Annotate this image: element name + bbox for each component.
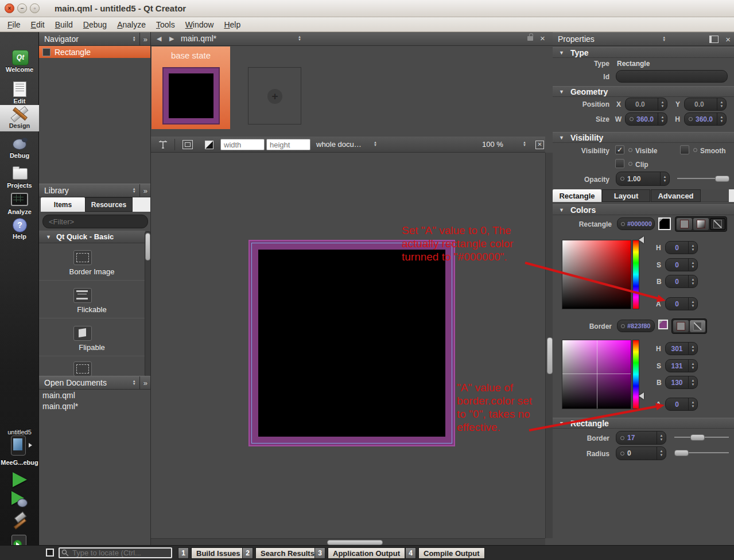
menu-edit[interactable]: Edit [26,18,50,31]
editor-close-button[interactable]: × [540,33,545,43]
section-type[interactable]: ▼Type [553,47,734,58]
mode-edit[interactable]: Edit [0,81,39,108]
contrast-icon[interactable] [205,141,213,149]
canvas-height-input[interactable] [266,139,310,150]
spin-arrows[interactable]: ▲▼ [688,275,697,287]
border-width-slider[interactable] [674,434,729,440]
add-state-card[interactable]: + [248,67,301,125]
pane-3-number[interactable]: 3 [314,547,325,559]
solid-fill-button[interactable] [677,218,692,230]
rectangle-hex-input[interactable]: #000000 [617,217,655,230]
spin-arrows[interactable]: ▲▼ [688,259,697,271]
rectangle-hue-marker[interactable] [639,236,644,243]
section-visibility[interactable]: ▼Visibility [553,132,734,143]
pane-compile-output-button[interactable]: Compile Output [418,547,485,559]
canvas-hscroll-handle[interactable] [327,540,383,545]
run-button[interactable] [13,472,27,487]
spin-arrows[interactable]: ▲▼ [688,376,697,388]
position-y-spinbox[interactable]: 0.0 ▲▼ [684,98,727,111]
pane-2-number[interactable]: 2 [242,547,253,559]
spin-arrows[interactable]: ▲▼ [688,242,697,254]
border-width-slider-handle[interactable] [690,434,705,441]
tab-rectangle[interactable]: Rectangle [553,189,601,202]
library-scroll-handle[interactable] [145,233,150,260]
library-item-border-image[interactable]: Border Image [39,243,145,281]
spin-arrows[interactable]: ▲▼ [658,98,667,110]
visible-checkbox[interactable]: ✓ [615,145,624,154]
navigator-combo-button[interactable]: ▲▼ [129,36,139,42]
pane-1-number[interactable]: 1 [178,547,189,559]
section-rectangle[interactable]: ▼Rectangle [553,418,734,429]
document-scope-dropdown[interactable]: whole docu… [316,140,362,149]
show-bounding-rects-icon[interactable] [182,140,193,149]
zoom-level-label[interactable]: 100 % [482,140,503,149]
border-h-spinbox[interactable]: 301 ▲▼ [665,342,698,355]
tab-layout[interactable]: Layout [602,189,650,202]
menu-file[interactable]: File [2,18,26,31]
pane-4-number[interactable]: 4 [405,547,416,559]
target-selector-button[interactable] [11,435,34,456]
build-button[interactable] [9,512,31,531]
section-colors[interactable]: ▼Colors [553,204,734,215]
editor-tab-combo[interactable]: ▲▼ [294,36,305,41]
opacity-slider-handle[interactable] [715,176,729,182]
menu-tools[interactable]: Tools [151,18,180,31]
canvas-vscroll-handle[interactable] [547,337,553,374]
library-item-flipable[interactable]: Flipable [39,319,145,356]
library-item-flickable[interactable]: Flickable [39,281,145,318]
properties-split-button[interactable] [706,33,722,45]
menu-debug[interactable]: Debug [78,18,112,31]
border-hex-input[interactable]: #823f80 [617,320,655,332]
lock-icon[interactable] [527,36,533,41]
library-overflow-button[interactable]: » [139,184,151,197]
navigator-overflow-button[interactable]: » [139,33,151,45]
properties-close-button[interactable]: × [722,33,734,45]
rect-s-spinbox[interactable]: 0 ▲▼ [665,258,698,271]
menu-help[interactable]: Help [219,18,246,31]
pane-application-output-button[interactable]: Application Output [328,547,405,559]
spin-arrows[interactable]: ▲▼ [657,431,666,444]
border-width-spinbox[interactable]: 17 ▲▼ [616,431,666,445]
mode-projects[interactable]: Projects [0,164,39,193]
debug-run-button[interactable] [11,491,32,510]
reset-zoom-icon[interactable]: ✕ [535,141,544,149]
mode-debug[interactable]: Debug [0,137,39,164]
pane-search-results-button[interactable]: Search Results [255,547,320,559]
open-documents-overflow-button[interactable]: » [139,376,151,389]
menu-window[interactable]: Window [180,18,219,31]
clip-checkbox[interactable] [615,159,624,168]
library-filter-input[interactable] [42,215,148,228]
mode-analyze[interactable]: Analyze [0,191,39,220]
open-documents-combo-button[interactable]: ▲▼ [129,380,139,386]
border-s-spinbox[interactable]: 131 ▲▼ [665,359,698,372]
smooth-checkbox[interactable] [680,145,689,154]
library-item-partial[interactable] [39,357,145,376]
rect-h-spinbox[interactable]: 0 ▲▼ [665,241,698,254]
scope-dropdown-arrows[interactable]: ▲▼ [370,141,380,147]
pane-build-issues-button[interactable]: Build Issues [191,547,246,559]
window-maximize-button[interactable]: ▫ [30,3,40,13]
snap-to-guides-icon[interactable] [158,139,168,150]
spin-arrows[interactable]: ▲▼ [660,172,669,185]
id-input[interactable] [616,70,728,83]
radius-spinbox[interactable]: 0 ▲▼ [616,446,666,460]
border-b-spinbox[interactable]: 130 ▲▼ [665,376,698,389]
spin-arrows[interactable]: ▲▼ [688,360,697,372]
nav-forward-button[interactable]: ▶ [169,35,174,42]
zoom-spinner-arrows[interactable]: ▲▼ [519,141,530,147]
rect-a-spinbox[interactable]: 0 ▲▼ [665,297,698,310]
border-a-spinbox[interactable]: 0 ▲▼ [665,398,698,411]
window-close-button[interactable]: × [5,3,14,13]
mode-welcome[interactable]: Qt Welcome [0,49,39,82]
library-tab-items[interactable]: Items [41,197,85,212]
editor-tab-title[interactable]: main.qml* [181,34,216,43]
opacity-slider[interactable] [677,176,729,181]
library-tab-resources[interactable]: Resources [85,197,133,212]
menu-analyze[interactable]: Analyze [112,18,151,31]
gradient-fill-button[interactable] [693,218,709,230]
rectangle-hue-strip[interactable] [632,240,639,309]
border-transparent-fill-button[interactable] [690,320,705,332]
state-base-card[interactable]: base state [152,46,230,129]
mode-help[interactable]: ? Help [0,217,39,244]
spin-arrows[interactable]: ▲▼ [688,343,697,355]
